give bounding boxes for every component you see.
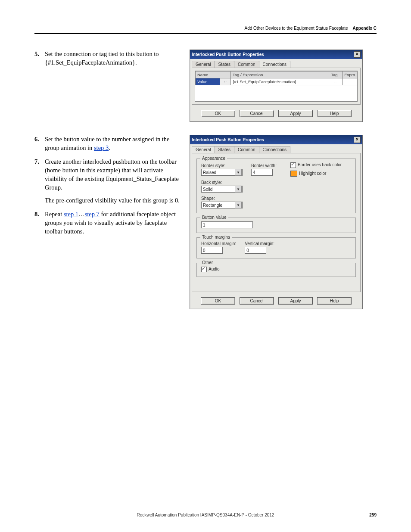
vertical-margin-input[interactable]: 0 bbox=[245, 247, 266, 254]
tab-common[interactable]: Common bbox=[234, 146, 259, 153]
horizontal-margin-label: Horizontal margin: bbox=[201, 241, 236, 246]
step-8: Repeat step 1…step 7 for additional face… bbox=[34, 210, 182, 236]
connections-grid: Name Tag / Expression Tag Exprn Value ↔ … bbox=[195, 71, 357, 85]
tab-connections[interactable]: Connections bbox=[259, 61, 291, 68]
dialog-general: Interlocked Push Button Properties × Gen… bbox=[190, 135, 363, 309]
shape-label: Shape: bbox=[201, 196, 243, 201]
link-step-7[interactable]: step 7 bbox=[85, 211, 100, 218]
help-button[interactable]: Help bbox=[317, 110, 352, 117]
close-icon[interactable]: × bbox=[354, 137, 361, 143]
apply-button[interactable]: Apply bbox=[278, 110, 313, 117]
apply-button[interactable]: Apply bbox=[278, 297, 313, 305]
vertical-margin-label: Vertical margin: bbox=[245, 241, 274, 246]
border-uses-back-checkbox[interactable]: Border uses back color bbox=[290, 162, 342, 168]
exprn-cell[interactable] bbox=[342, 78, 357, 85]
tab-connections[interactable]: Connections bbox=[259, 146, 291, 153]
chevron-down-icon: ▼ bbox=[235, 202, 242, 208]
step-5-text: Set the connection or tag tied to this b… bbox=[45, 50, 159, 66]
other-fieldset: Other Audio bbox=[196, 263, 356, 277]
tag-browse-button[interactable]: ... bbox=[329, 78, 342, 85]
appearance-fieldset: Appearance Border style: Raised ▼ Borde bbox=[196, 159, 356, 213]
shape-dropdown[interactable]: Rectangle ▼ bbox=[201, 202, 243, 208]
cancel-button[interactable]: Cancel bbox=[240, 297, 274, 305]
button-value-input[interactable]: 1 bbox=[201, 221, 253, 228]
step-7-para: The pre-configured visibility value for … bbox=[45, 197, 180, 204]
highlight-color-swatch bbox=[290, 171, 297, 177]
help-button[interactable]: Help bbox=[317, 297, 352, 305]
grid-col-expr: Tag / Expression bbox=[231, 72, 329, 78]
link-step-3[interactable]: step 3 bbox=[94, 144, 109, 151]
appearance-legend: Appearance bbox=[200, 156, 227, 161]
dialog1-title: Interlocked Push Button Properties bbox=[192, 52, 264, 57]
link-step-1[interactable]: step 1 bbox=[64, 211, 78, 218]
grid-col-exprn: Exprn bbox=[342, 72, 357, 78]
row-expression[interactable]: {#1.Set_EquipFaceplateAnimation} bbox=[231, 78, 329, 85]
tab-common[interactable]: Common bbox=[234, 61, 259, 68]
grid-col-name: Name bbox=[196, 72, 220, 78]
footer-date: October 2012 bbox=[248, 513, 274, 517]
border-style-label: Border style: bbox=[201, 163, 243, 168]
touch-margins-fieldset: Touch margins Horizontal margin: 0 Verti… bbox=[196, 237, 356, 258]
border-style-dropdown[interactable]: Raised ▼ bbox=[201, 169, 243, 176]
step-7-text: Create another interlocked pushbutton on… bbox=[45, 158, 179, 191]
chevron-down-icon: ▼ bbox=[235, 186, 242, 193]
touch-margins-legend: Touch margins bbox=[200, 235, 232, 240]
dialog-connections: Interlocked Push Button Properties × Gen… bbox=[190, 50, 363, 122]
step-5: Set the connection or tag tied to this b… bbox=[34, 50, 182, 67]
grid-col-tag: Tag bbox=[329, 72, 342, 78]
button-value-legend: Button Value bbox=[200, 215, 228, 220]
border-width-label: Border width: bbox=[251, 163, 277, 168]
tab-states[interactable]: States bbox=[215, 61, 234, 68]
ok-button[interactable]: OK bbox=[201, 110, 235, 117]
footer-publication: Rockwell Automation Publication IASIMP-Q… bbox=[137, 513, 248, 517]
ok-button[interactable]: OK bbox=[201, 297, 235, 305]
step-6: Set the button value to the number assig… bbox=[34, 135, 182, 152]
dialog2-title: Interlocked Push Button Properties bbox=[192, 137, 264, 142]
tab-general[interactable]: General bbox=[192, 146, 215, 153]
checkbox-icon bbox=[290, 162, 296, 168]
running-header-appendix: Appendix C bbox=[352, 26, 377, 31]
step-7: Create another interlocked pushbutton on… bbox=[34, 157, 182, 205]
row-name: Value bbox=[196, 78, 220, 85]
page-footer: Rockwell Automation Publication IASIMP-Q… bbox=[0, 513, 411, 517]
tab-general[interactable]: General bbox=[192, 61, 215, 68]
step-8-dots: … bbox=[78, 211, 85, 218]
header-rule bbox=[34, 33, 377, 34]
chevron-down-icon: ▼ bbox=[235, 169, 242, 176]
border-width-input[interactable]: 4 bbox=[251, 169, 273, 176]
button-value-fieldset: Button Value 1 bbox=[196, 218, 356, 233]
back-style-dropdown[interactable]: Solid ▼ bbox=[201, 186, 243, 193]
step-6-text-b: . bbox=[109, 144, 110, 151]
bidirectional-icon: ↔ bbox=[220, 78, 231, 85]
back-style-label: Back style: bbox=[201, 180, 243, 185]
running-header: Add Other Devices to the Equipment Statu… bbox=[34, 26, 377, 31]
tab-states[interactable]: States bbox=[215, 146, 234, 153]
other-legend: Other bbox=[200, 260, 215, 265]
step-8-text-a: Repeat bbox=[45, 211, 64, 218]
horizontal-margin-input[interactable]: 0 bbox=[201, 247, 223, 254]
cancel-button[interactable]: Cancel bbox=[240, 110, 274, 117]
checkbox-icon bbox=[201, 267, 207, 272]
audio-checkbox[interactable]: Audio bbox=[201, 267, 351, 272]
page-number: 259 bbox=[369, 513, 377, 517]
highlight-color-row[interactable]: Highlight color bbox=[290, 171, 342, 177]
running-header-title: Add Other Devices to the Equipment Statu… bbox=[245, 26, 348, 31]
close-icon[interactable]: × bbox=[354, 51, 361, 58]
